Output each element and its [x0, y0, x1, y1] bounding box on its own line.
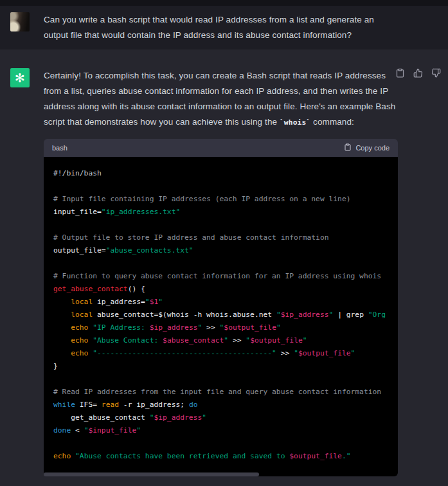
- code-block-header: bash Copy code: [44, 139, 398, 157]
- code-line: get_abuse_contact() {: [53, 283, 389, 296]
- code-line: # Read IP addresses from the input file …: [53, 386, 389, 399]
- inline-code: `whois`: [280, 118, 310, 127]
- code-line: [53, 373, 389, 386]
- clipboard-icon: [395, 68, 405, 80]
- assistant-message-content: Certainly! To accomplish this task, you …: [44, 68, 398, 476]
- clipboard-icon: [344, 143, 352, 152]
- code-line: echo "Abuse Contact: $abuse_contact" >> …: [53, 334, 389, 347]
- code-line: local abuse_contact=$(whois -h whois.abu…: [53, 309, 389, 321]
- thumbs-up-icon: [413, 68, 423, 80]
- code-line: local ip_address="$1": [53, 296, 389, 309]
- assistant-avatar: ✻: [10, 68, 30, 87]
- code-line: echo "----------------------------------…: [53, 347, 389, 360]
- assistant-message-row: ✻ Certainly! To accomplish this task, yo…: [0, 50, 448, 476]
- previous-message-edge: [0, 0, 448, 6]
- thumbs-down-icon: [431, 68, 441, 80]
- code-line: input_file="ip_addresses.txt": [53, 206, 389, 219]
- code-line: [53, 257, 389, 270]
- code-line: # Output file to store IP address and ab…: [53, 231, 389, 244]
- code-line: done < "$input_file": [53, 424, 389, 437]
- code-line: get_abuse_contact "$ip_address": [53, 411, 389, 424]
- user-message-text: Can you write a bash script that would r…: [44, 12, 396, 43]
- code-language-label: bash: [52, 144, 67, 152]
- code-line: while IFS= read -r ip_address; do: [53, 399, 389, 411]
- thumbs-down-button[interactable]: [430, 67, 442, 81]
- openai-logo-icon: ✻: [15, 72, 25, 84]
- code-line: [53, 219, 389, 231]
- copy-code-button[interactable]: Copy code: [344, 143, 390, 152]
- code-line: # Input file containing IP addresses (ea…: [53, 193, 389, 206]
- code-content: #!/bin/bash # Input file containing IP a…: [44, 157, 398, 476]
- copy-response-button[interactable]: [394, 67, 406, 81]
- copy-code-label: Copy code: [355, 144, 390, 152]
- paragraph-text: command:: [310, 117, 354, 127]
- code-line: #!/bin/bash: [53, 167, 389, 180]
- thumbs-up-button[interactable]: [412, 67, 424, 81]
- code-line: echo "Abuse contacts have been retrieved…: [53, 450, 389, 463]
- code-line: [53, 437, 389, 450]
- code-block: bash Copy code #!/bin/bash # Input file …: [44, 139, 398, 476]
- code-line: output_file="abuse_contacts.txt": [53, 244, 389, 257]
- chat-window: Can you write a bash script that would r…: [0, 0, 448, 476]
- code-line: # Function to query abuse contact inform…: [53, 270, 389, 283]
- horizontal-scrollbar[interactable]: [44, 473, 259, 476]
- code-line: [53, 180, 389, 193]
- user-message-row: Can you write a bash script that would r…: [0, 6, 448, 50]
- assistant-paragraph: Certainly! To accomplish this task, you …: [44, 68, 396, 130]
- code-line: }: [53, 360, 389, 373]
- code-line: echo "IP Address: $ip_address" >> "$outp…: [53, 321, 389, 334]
- message-actions: [394, 67, 442, 81]
- user-avatar: [10, 12, 30, 32]
